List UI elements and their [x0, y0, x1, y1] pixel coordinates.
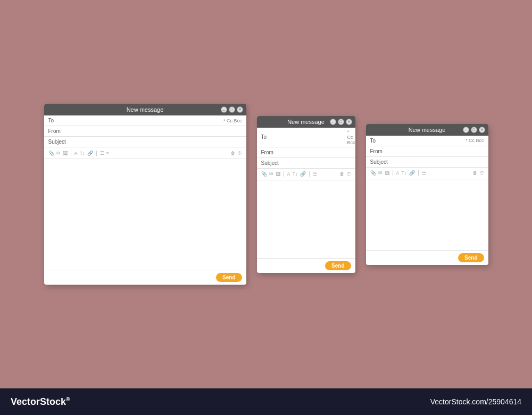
from-label-small: From	[370, 148, 389, 154]
send-button-medium[interactable]: Send	[325, 261, 351, 270]
minimize-btn-large[interactable]: –	[221, 106, 227, 113]
send-button-large[interactable]: Send	[216, 273, 242, 282]
from-input-medium[interactable]	[280, 150, 351, 155]
subject-input-medium[interactable]	[280, 160, 351, 166]
compose-area-small[interactable]	[366, 179, 488, 250]
text-size-icon-m[interactable]: T↕	[293, 171, 298, 177]
titlebar-medium: New message – □ ✕	[257, 116, 355, 128]
send-button-small[interactable]: Send	[458, 253, 484, 262]
subject-label-large: Subject	[48, 139, 67, 145]
to-label-small: To	[370, 138, 389, 144]
compose-area-large[interactable]	[44, 159, 246, 270]
toolbar-sep-s2	[418, 170, 419, 176]
mail-icon[interactable]: ✉	[56, 151, 61, 156]
to-field-row-large: To * Cc Bcc	[44, 115, 246, 126]
url-text: VectorStock.com/25904614	[430, 397, 521, 406]
toolbar-sep-m1	[284, 171, 284, 177]
titlebar-small: New message – □ ✕	[366, 124, 488, 136]
close-btn-small[interactable]: ✕	[479, 127, 485, 133]
toolbar-right-s: 🗑 ⏱	[472, 170, 484, 176]
subject-field-row-large: Subject	[44, 137, 246, 147]
subject-input-small[interactable]	[389, 159, 484, 165]
attach-icon-m[interactable]: 📎	[261, 171, 267, 177]
attach-icon[interactable]: 📎	[48, 151, 54, 156]
image-icon-m[interactable]: 🖼	[276, 171, 280, 177]
delete-icon-s[interactable]: 🗑	[472, 170, 477, 176]
toolbar-right: 🗑 ⏱	[230, 151, 242, 156]
mail-icon-s[interactable]: ✉	[378, 170, 383, 176]
link-icon-s[interactable]: 🔗	[409, 170, 415, 176]
from-label-large: From	[48, 128, 67, 134]
from-input-small[interactable]	[389, 148, 484, 154]
cc-bcc-large[interactable]: * Cc Bcc	[223, 118, 242, 123]
text-size-icon-s[interactable]: T↕	[402, 170, 407, 176]
font-icon-s[interactable]: A	[396, 170, 400, 176]
close-btn-medium[interactable]: ✕	[346, 119, 352, 125]
link-icon[interactable]: 🔗	[87, 151, 93, 156]
attach-icon-s[interactable]: 📎	[370, 170, 376, 176]
toolbar-small: 📎 ✉ 🖼 A T↕ 🔗 ☰ 🗑 ⏱	[366, 168, 488, 179]
footer-medium: Send	[257, 258, 355, 273]
maximize-btn-medium[interactable]: □	[338, 119, 344, 125]
email-window-medium: New message – □ ✕ To * Cc Bcc From Subje…	[257, 116, 355, 273]
clock-icon-s[interactable]: ⏱	[479, 170, 484, 176]
toolbar-sep-m2	[309, 171, 310, 177]
window-controls-large: – □ ✕	[221, 106, 243, 113]
toolbar-sep-s1	[393, 170, 393, 176]
to-input-medium[interactable]	[280, 134, 347, 140]
from-field-row-small: From	[366, 146, 488, 157]
maximize-btn-large[interactable]: □	[229, 106, 235, 113]
window-title-small: New message	[409, 127, 446, 133]
window-title-large: New message	[127, 106, 164, 113]
from-field-row-large: From	[44, 126, 246, 137]
subject-field-row-medium: Subject	[257, 158, 355, 169]
toolbar-sep-2	[96, 151, 97, 156]
image-icon[interactable]: 🖼	[63, 151, 68, 156]
toolbar-sep-1	[71, 151, 71, 156]
text-size-icon[interactable]: T↕	[80, 151, 85, 156]
subject-label-medium: Subject	[261, 160, 280, 166]
link-icon-m[interactable]: 🔗	[300, 171, 306, 177]
list-icon-s[interactable]: ☰	[422, 170, 426, 176]
email-window-large: New message – □ ✕ To * Cc Bcc From Subje…	[44, 104, 246, 285]
font-icon[interactable]: A	[74, 151, 78, 156]
close-btn-large[interactable]: ✕	[237, 106, 243, 113]
list-icon-m[interactable]: ☰	[313, 171, 317, 177]
delete-icon[interactable]: 🗑	[230, 151, 235, 156]
clock-icon-m[interactable]: ⏱	[346, 171, 351, 177]
to-input-large[interactable]	[67, 118, 223, 123]
image-icon-s[interactable]: 🖼	[385, 170, 389, 176]
window-controls-small: – □ ✕	[463, 127, 485, 133]
to-label-medium: To	[261, 134, 280, 140]
cc-bcc-small[interactable]: * Cc Bcc	[466, 138, 484, 143]
subject-label-small: Subject	[370, 159, 389, 165]
indent-icon[interactable]: ≡	[106, 151, 109, 156]
brand-text: VectorStock	[11, 396, 66, 407]
window-controls-medium: – □ ✕	[330, 119, 352, 125]
to-field-row-medium: To * Cc Bcc	[257, 128, 355, 147]
clock-icon[interactable]: ⏱	[237, 151, 242, 156]
footer-large: Send	[44, 270, 246, 285]
to-input-small[interactable]	[389, 138, 466, 144]
list-icon[interactable]: ☰	[100, 151, 104, 156]
window-title-medium: New message	[287, 119, 325, 125]
email-window-small: New message – □ ✕ To * Cc Bcc From Subje…	[366, 124, 488, 265]
from-label-medium: From	[261, 150, 280, 155]
from-input-large[interactable]	[67, 128, 242, 134]
delete-icon-m[interactable]: 🗑	[339, 171, 344, 177]
from-field-row-medium: From	[257, 147, 355, 158]
window-body-small: To * Cc Bcc From Subject 📎 ✉ 🖼 A T↕ 🔗	[366, 136, 488, 265]
mail-icon-m[interactable]: ✉	[269, 171, 273, 177]
cc-bcc-medium[interactable]: * Cc Bcc	[347, 129, 355, 145]
font-icon-m[interactable]: A	[287, 171, 290, 177]
minimize-btn-medium[interactable]: –	[330, 119, 336, 125]
maximize-btn-small[interactable]: □	[471, 127, 477, 133]
toolbar-right-m: 🗑 ⏱	[339, 171, 351, 177]
minimize-btn-small[interactable]: –	[463, 127, 469, 133]
window-body-large: To * Cc Bcc From Subject 📎 ✉ 🖼 A T↕ 🔗	[44, 115, 246, 285]
compose-area-medium[interactable]	[257, 180, 355, 258]
main-area: New message – □ ✕ To * Cc Bcc From Subje…	[0, 0, 532, 388]
subject-input-large[interactable]	[67, 139, 242, 145]
to-label-large: To	[48, 118, 67, 123]
toolbar-medium: 📎 ✉ 🖼 A T↕ 🔗 ☰ 🗑 ⏱	[257, 169, 355, 180]
